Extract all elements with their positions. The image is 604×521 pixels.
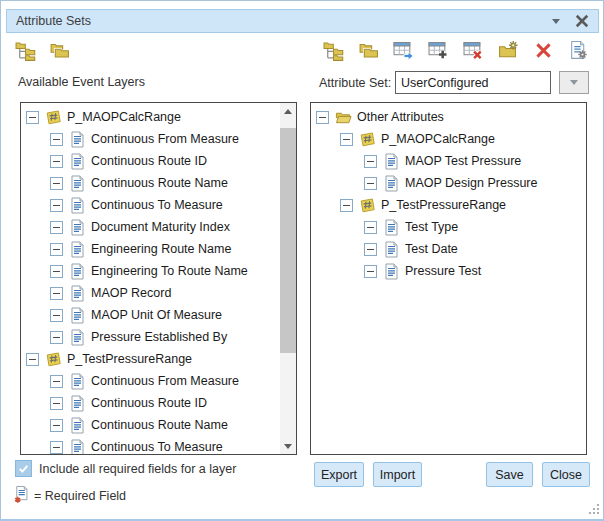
export-button[interactable]: Export — [314, 462, 364, 487]
scroll-thumb[interactable] — [280, 128, 296, 353]
tree-item[interactable]: Continuous Route Name — [21, 172, 279, 194]
tree-item[interactable]: MAOP Test Pressure — [311, 150, 586, 172]
triangle-down-icon — [284, 444, 292, 449]
field-icon — [383, 241, 400, 258]
folders-button[interactable] — [357, 39, 379, 61]
tree-item[interactable]: P_MAOPCalcRange — [311, 128, 586, 150]
layer-tree-button[interactable] — [322, 39, 344, 61]
expand-toggle[interactable] — [50, 309, 63, 322]
close-button[interactable] — [575, 14, 589, 28]
tree-item[interactable]: P_TestPressureRange — [311, 194, 586, 216]
tree-item-label: P_MAOPCalcRange — [381, 132, 495, 146]
field-icon — [69, 417, 86, 434]
attribute-set-combo[interactable]: UserConfigured — [395, 71, 551, 94]
tree-item[interactable]: Continuous Route ID — [21, 150, 279, 172]
expand-toggle[interactable] — [50, 419, 63, 432]
folders-button[interactable] — [48, 39, 70, 61]
expand-toggle[interactable] — [50, 375, 63, 388]
table-add-icon — [428, 40, 449, 61]
tree-item-label: Pressure Established By — [91, 330, 227, 344]
expand-toggle[interactable] — [50, 397, 63, 410]
scroll-down-button[interactable] — [280, 438, 296, 454]
include-required-checkbox[interactable] — [15, 460, 32, 477]
tree-item[interactable]: MAOP Record — [21, 282, 279, 304]
expand-toggle[interactable] — [316, 111, 329, 124]
expand-toggle[interactable] — [26, 111, 39, 124]
expand-toggle[interactable] — [50, 265, 63, 278]
close-dialog-button[interactable]: Close — [542, 462, 590, 487]
scroll-up-button[interactable] — [280, 103, 296, 119]
collapse-button[interactable] — [549, 14, 563, 28]
folders-icon — [358, 40, 379, 61]
page-gear-button[interactable] — [567, 39, 589, 61]
expand-toggle[interactable] — [340, 199, 353, 212]
delete-x-button[interactable] — [532, 39, 554, 61]
table-delete-button[interactable] — [462, 39, 484, 61]
attribute-set-panel: Other Attributes P_MAOPCalcRange MAOP Te… — [310, 102, 587, 455]
tree-item[interactable]: Continuous To Measure — [21, 194, 279, 216]
expand-toggle[interactable] — [50, 243, 63, 256]
expand-toggle[interactable] — [50, 155, 63, 168]
tree-item[interactable]: Pressure Test — [311, 260, 586, 282]
tree-item-label: Continuous Route ID — [91, 396, 207, 410]
expand-toggle[interactable] — [50, 133, 63, 146]
table-export-button[interactable] — [392, 39, 414, 61]
tree-item-label: P_MAOPCalcRange — [67, 110, 181, 124]
event-layer-icon — [359, 197, 376, 214]
tree-item[interactable]: Other Attributes — [311, 106, 586, 128]
tree-item-label: P_TestPressureRange — [67, 352, 192, 366]
import-button[interactable]: Import — [373, 462, 422, 487]
folder-gear-icon — [498, 40, 519, 61]
table-delete-icon — [463, 40, 484, 61]
tree-item-label: Continuous From Measure — [91, 374, 239, 388]
expand-toggle[interactable] — [50, 221, 63, 234]
tree-item[interactable]: Pressure Established By — [21, 326, 279, 348]
tree-item[interactable]: P_TestPressureRange — [21, 348, 279, 370]
layer-tree-icon — [15, 40, 36, 61]
field-icon — [69, 263, 86, 280]
attribute-set-dropdown-button[interactable] — [559, 71, 589, 94]
close-icon — [575, 14, 589, 28]
tree-item[interactable]: Continuous To Measure — [21, 436, 279, 454]
tree-item[interactable]: Document Maturity Index — [21, 216, 279, 238]
event-layer-icon — [45, 351, 62, 368]
expand-toggle[interactable] — [364, 243, 377, 256]
tree-item[interactable]: P_MAOPCalcRange — [21, 106, 279, 128]
tree-item[interactable]: Continuous Route ID — [21, 392, 279, 414]
available-layers-panel: P_MAOPCalcRange Continuous From Measure … — [20, 102, 297, 455]
scrollbar[interactable] — [280, 103, 296, 454]
expand-toggle[interactable] — [50, 441, 63, 454]
tree-item[interactable]: MAOP Unit Of Measure — [21, 304, 279, 326]
expand-toggle[interactable] — [364, 177, 377, 190]
window-controls — [549, 14, 589, 28]
tree-item[interactable]: Continuous From Measure — [21, 128, 279, 150]
tree-left: P_MAOPCalcRange Continuous From Measure … — [21, 103, 279, 454]
save-button[interactable]: Save — [486, 462, 533, 487]
required-field-label: = Required Field — [34, 489, 126, 503]
expand-toggle[interactable] — [50, 177, 63, 190]
layer-tree-button[interactable] — [14, 39, 36, 61]
folder-gear-button[interactable] — [497, 39, 519, 61]
table-add-button[interactable] — [427, 39, 449, 61]
chevron-down-icon — [570, 80, 578, 85]
expand-toggle[interactable] — [50, 331, 63, 344]
tree-item[interactable]: Test Type — [311, 216, 586, 238]
tree-item[interactable]: Engineering Route Name — [21, 238, 279, 260]
page-gear-icon — [568, 40, 589, 61]
resize-grip[interactable] — [587, 502, 601, 516]
field-icon — [69, 175, 86, 192]
expand-toggle[interactable] — [364, 221, 377, 234]
field-icon — [69, 153, 86, 170]
expand-toggle[interactable] — [364, 155, 377, 168]
expand-toggle[interactable] — [50, 287, 63, 300]
expand-toggle[interactable] — [26, 353, 39, 366]
required-field-icon — [13, 485, 29, 505]
tree-item[interactable]: Continuous Route Name — [21, 414, 279, 436]
tree-item[interactable]: MAOP Design Pressure — [311, 172, 586, 194]
tree-item[interactable]: Test Date — [311, 238, 586, 260]
expand-toggle[interactable] — [364, 265, 377, 278]
expand-toggle[interactable] — [50, 199, 63, 212]
tree-item[interactable]: Engineering To Route Name — [21, 260, 279, 282]
tree-item[interactable]: Continuous From Measure — [21, 370, 279, 392]
expand-toggle[interactable] — [340, 133, 353, 146]
